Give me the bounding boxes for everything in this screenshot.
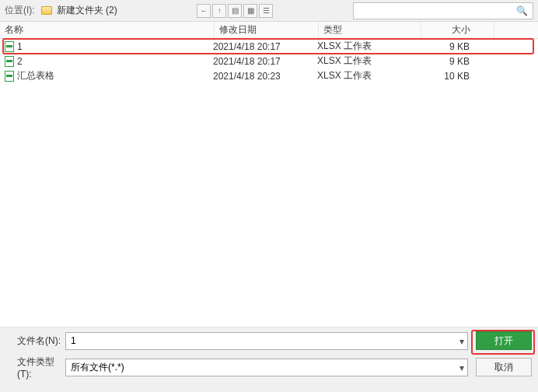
view-grid-button[interactable]: ▦ — [243, 4, 257, 18]
column-size[interactable]: 大小 — [421, 22, 494, 38]
file-type: XLSX 工作表 — [317, 69, 420, 82]
location-path: 新建文件夹 (2) — [57, 4, 117, 17]
location-bar: 位置(I): 新建文件夹 (2) ← ↑ ▤ ▦ ☰ 🔍 — [0, 0, 538, 22]
file-name: 2 — [17, 56, 213, 67]
search-input[interactable]: 🔍 — [353, 2, 533, 19]
file-type: XLSX 工作表 — [317, 40, 420, 53]
filename-value: 1 — [71, 335, 76, 346]
file-list-header: 名称 修改日期 类型 大小 — [0, 22, 538, 39]
chevron-down-icon: ▾ — [459, 362, 464, 373]
file-date: 2021/4/18 20:17 — [213, 41, 317, 52]
file-list: 1 2021/4/18 20:17 XLSX 工作表 9 KB 2 2021/4… — [0, 39, 538, 327]
filetype-value: 所有文件(*.*) — [71, 361, 124, 374]
dialog-footer: 文件名(N): 1 ▾ 打开 文件类型(T): 所有文件(*.*) ▾ 取消 — [0, 327, 538, 392]
column-name[interactable]: 名称 — [0, 22, 215, 38]
file-size: 10 KB — [420, 71, 493, 82]
back-button[interactable]: ← — [197, 4, 211, 18]
column-type[interactable]: 类型 — [319, 22, 421, 38]
folder-icon — [41, 6, 52, 15]
file-size: 9 KB — [420, 41, 493, 52]
open-button[interactable]: 打开 — [476, 331, 532, 350]
file-date: 2021/4/18 20:17 — [213, 56, 317, 67]
filename-input[interactable]: 1 ▾ — [65, 332, 468, 350]
list-item[interactable]: 1 2021/4/18 20:17 XLSX 工作表 9 KB — [0, 39, 538, 54]
up-button[interactable]: ↑ — [212, 4, 226, 18]
list-item[interactable]: 2 2021/4/18 20:17 XLSX 工作表 9 KB — [0, 54, 538, 68]
file-name: 汇总表格 — [17, 69, 213, 82]
view-detail-button[interactable]: ☰ — [259, 4, 273, 18]
column-date[interactable]: 修改日期 — [215, 22, 319, 38]
xlsx-icon — [5, 56, 14, 67]
location-label: 位置(I): — [5, 4, 35, 17]
list-item[interactable]: 汇总表格 2021/4/18 20:23 XLSX 工作表 10 KB — [0, 68, 538, 83]
cancel-button[interactable]: 取消 — [476, 358, 532, 376]
search-icon: 🔍 — [516, 5, 528, 16]
filetype-label: 文件类型(T): — [17, 355, 65, 380]
view-buttons: ← ↑ ▤ ▦ ☰ — [197, 4, 273, 18]
xlsx-icon — [5, 41, 14, 52]
filename-label: 文件名(N): — [17, 334, 65, 348]
file-type: XLSX 工作表 — [317, 54, 420, 68]
file-name: 1 — [17, 41, 213, 52]
xlsx-icon — [5, 71, 14, 82]
view-list-button[interactable]: ▤ — [228, 4, 242, 18]
chevron-down-icon: ▾ — [459, 336, 464, 347]
file-date: 2021/4/18 20:23 — [213, 71, 317, 82]
file-size: 9 KB — [420, 56, 493, 67]
filetype-select[interactable]: 所有文件(*.*) ▾ — [65, 359, 468, 376]
